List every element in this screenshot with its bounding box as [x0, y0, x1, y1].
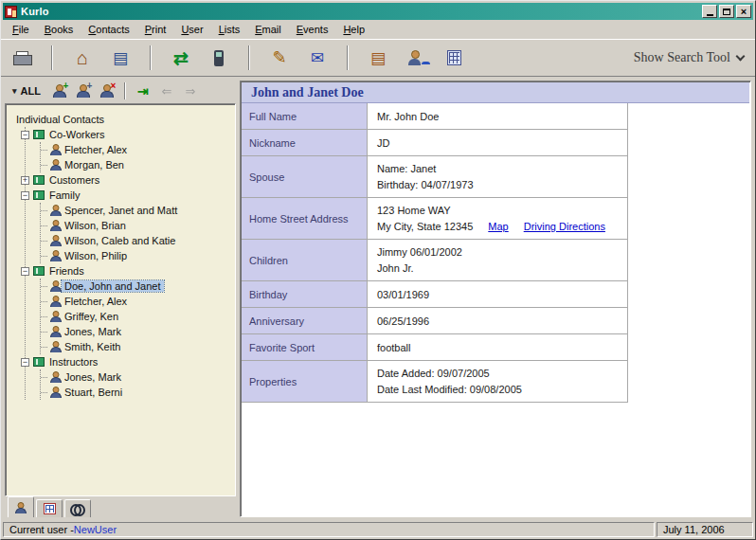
contact-tree: Individual Contacts−Co-WorkersFletcher, …: [5, 103, 236, 496]
tree-group-instructors[interactable]: −Instructors: [21, 354, 231, 369]
contact-icon: [50, 159, 61, 171]
menu-books[interactable]: Books: [37, 22, 81, 37]
maximize-button[interactable]: [719, 5, 734, 18]
window-controls: ×: [702, 5, 751, 18]
email-button[interactable]: [300, 44, 334, 72]
toolbar: Show Search Tool: [1, 39, 755, 77]
detail-line: football: [377, 341, 618, 354]
toolbar-separator: [248, 45, 250, 70]
detail-label: Home Street Address: [242, 198, 368, 239]
tree-item-jones-mark[interactable]: Jones, Mark: [41, 369, 231, 385]
collapse-icon[interactable]: −: [21, 191, 29, 200]
tree-item-wilson-caleb-and-katie[interactable]: Wilson, Caleb and Katie: [41, 233, 231, 248]
minimize-button[interactable]: [702, 5, 717, 18]
tree-line: [41, 286, 47, 287]
close-button[interactable]: ×: [736, 5, 751, 18]
detail-text: JD: [377, 136, 389, 150]
compose-letter-button[interactable]: [262, 44, 297, 72]
tree-item-morgan-ben[interactable]: Morgan, Ben: [41, 157, 231, 172]
detail-line: John Jr.: [377, 261, 618, 275]
tree-group-family[interactable]: −Family: [21, 188, 231, 203]
phone-dialer-button[interactable]: [202, 44, 236, 72]
tree-item-wilson-brian[interactable]: Wilson, Brian: [41, 218, 231, 233]
tree-item-stuart-berni[interactable]: Stuart, Berni: [41, 385, 231, 400]
menu-help[interactable]: Help: [335, 22, 372, 37]
menu-user[interactable]: User: [173, 22, 210, 37]
home-button[interactable]: [65, 44, 99, 72]
print-button[interactable]: [5, 44, 39, 72]
tree-line: [41, 241, 47, 242]
tree-root-individual-contacts[interactable]: Individual Contacts: [13, 112, 231, 127]
contact-icon: [50, 280, 61, 292]
tree-item-smith-keith[interactable]: Smith, Keith: [41, 339, 231, 354]
menu-file[interactable]: File: [5, 22, 37, 37]
all-filter-button[interactable]: ▾ ALL: [7, 83, 46, 99]
card-file-button[interactable]: [361, 44, 395, 72]
detail-row-full-name: Full NameMr. John Doe: [242, 103, 628, 130]
add-contact-button[interactable]: +: [49, 81, 70, 101]
current-user-link[interactable]: NewUser: [74, 524, 117, 535]
tree-item-fletcher-alex[interactable]: Fletcher, Alex: [41, 294, 231, 309]
menu-email[interactable]: Email: [247, 22, 289, 37]
collapse-icon[interactable]: −: [21, 358, 29, 367]
user-report-button[interactable]: [399, 44, 433, 72]
calculator-button[interactable]: [437, 44, 471, 72]
show-search-tool-button[interactable]: Show Search Tool: [634, 50, 747, 65]
detail-label: Nickname: [242, 130, 368, 155]
detail-label: Anniversary: [242, 308, 368, 333]
tree-item-fletcher-alex[interactable]: Fletcher, Alex: [41, 142, 231, 157]
menu-events[interactable]: Events: [289, 22, 336, 37]
tree-group-customers[interactable]: +Customers: [21, 172, 231, 188]
tree-item-doe-john-and-janet[interactable]: Doe, John and Janet: [41, 279, 231, 294]
expand-icon[interactable]: +: [21, 176, 29, 185]
tree-line: [41, 150, 47, 151]
detail-line: Jimmy 06/01/2002: [377, 245, 618, 259]
tree-label: Co-Workers: [46, 129, 107, 140]
menu-print[interactable]: Print: [137, 22, 174, 37]
tab-search[interactable]: [64, 499, 91, 517]
tab-list[interactable]: [36, 499, 63, 517]
menu-contacts[interactable]: Contacts: [81, 22, 136, 37]
tree-label: Fletcher, Alex: [62, 296, 130, 307]
main-area: ▾ ALL ++× Individual Contacts−Co-Workers…: [1, 77, 755, 521]
statusbar: Current user - NewUser July 11, 2006: [1, 521, 755, 539]
contact-icon: [50, 341, 61, 352]
app-window: Kurlo × FileBooksContactsPrintUserListsE…: [0, 0, 756, 540]
detail-line: 123 Home WAY: [377, 204, 618, 217]
contact-cards-icon: [113, 50, 128, 66]
tree-label: Wilson, Brian: [62, 220, 129, 231]
menu-lists[interactable]: Lists: [211, 22, 248, 37]
phone-dialer-icon: [214, 50, 224, 66]
home-icon: [77, 48, 88, 67]
tab-contacts[interactable]: [8, 496, 34, 517]
collapse-icon[interactable]: −: [21, 267, 29, 276]
detail-value: 03/01/1969: [368, 281, 628, 307]
map-link[interactable]: Map: [488, 220, 508, 233]
detail-text: Date Added: 09/07/2005: [377, 367, 490, 380]
contact-icon: [50, 311, 61, 322]
tree-item-griffey-ken[interactable]: Griffey, Ken: [41, 309, 231, 324]
tree-group-co-workers[interactable]: −Co-Workers: [21, 127, 231, 142]
tree-item-jones-mark[interactable]: Jones, Mark: [41, 324, 231, 339]
import-contact-button[interactable]: [133, 81, 153, 101]
status-date: July 11, 2006: [657, 522, 753, 537]
tree-label: Friends: [46, 265, 87, 277]
tree-line: [41, 332, 47, 333]
tree-item-wilson-philip[interactable]: Wilson, Philip: [41, 248, 231, 263]
detail-text: Mr. John Doe: [377, 110, 439, 123]
tree-group-friends[interactable]: −Friends: [21, 263, 231, 279]
detail-value: football: [368, 334, 628, 360]
collapse-icon[interactable]: −: [21, 131, 29, 139]
toolbar-separator: [150, 45, 152, 70]
contact-icon: [50, 296, 61, 307]
driving-directions-link[interactable]: Driving Directions: [524, 220, 605, 233]
tree-item-spencer-janet-and-matt[interactable]: Spencer, Janet and Matt: [41, 203, 231, 218]
add-contact-icon: +: [53, 84, 65, 98]
sync-contacts-button[interactable]: [164, 44, 198, 72]
delete-contact-button[interactable]: ×: [97, 81, 117, 101]
tree-label: Customers: [46, 174, 102, 186]
tree-label: Griffey, Ken: [62, 311, 121, 322]
minimize-icon: [707, 14, 713, 16]
add-group-button[interactable]: +: [73, 81, 94, 101]
contact-cards-button[interactable]: [103, 44, 137, 72]
